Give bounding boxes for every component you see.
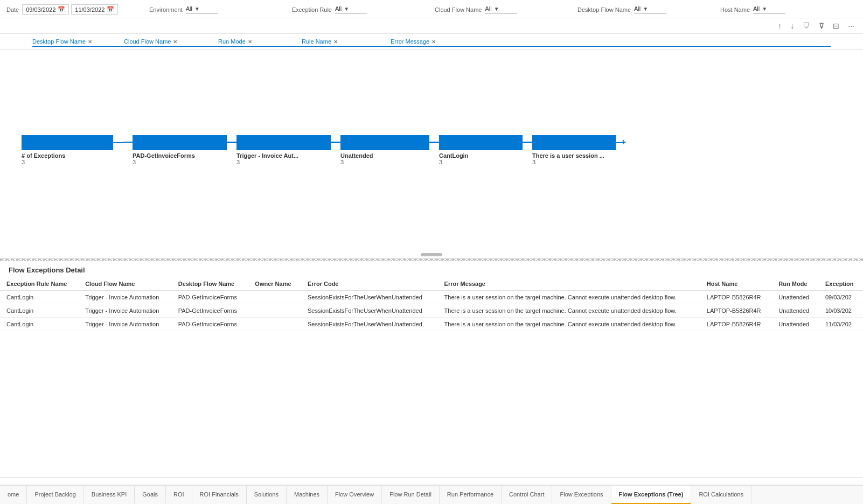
th-exception[interactable]: Exception: [819, 277, 863, 291]
tab-solutions[interactable]: Solutions: [247, 486, 287, 504]
cloud-flow-filter-group: Cloud Flow Name All ▼: [435, 5, 571, 13]
th-exception-rule[interactable]: Exception Rule Name: [0, 277, 79, 291]
tab-flow-overview[interactable]: Flow Overview: [328, 486, 382, 504]
tab-machines[interactable]: Machines: [287, 486, 328, 504]
cell-desktop-flow-0: PAD-GetInvoiceForms: [172, 290, 249, 304]
more-button[interactable]: ···: [846, 20, 857, 31]
desktop-flow-label: Desktop Flow Name: [577, 6, 631, 13]
th-owner[interactable]: Owner Name: [248, 277, 301, 291]
environment-select[interactable]: All ▼: [186, 5, 218, 13]
chevron-down-icon-4: ▼: [643, 6, 648, 12]
close-error-message-icon[interactable]: ✕: [432, 39, 436, 45]
detail-table-wrap[interactable]: Exception Rule Name Cloud Flow Name Desk…: [0, 277, 863, 478]
tab-flow-exceptions[interactable]: Flow Exceptions: [552, 486, 611, 504]
close-desktop-flow-icon[interactable]: ✕: [88, 39, 92, 45]
decomp-node-0: PAD-GetInvoiceForms 3: [133, 135, 227, 165]
col-header-cloud-flow-label: Cloud Flow Name: [124, 38, 171, 45]
date-start-input[interactable]: 09/03/2022 📅: [22, 4, 69, 15]
close-run-mode-icon[interactable]: ✕: [248, 39, 252, 45]
hierarchy-button[interactable]: ⛉: [801, 20, 812, 31]
tab-roi-calculations[interactable]: ROI Calculations: [691, 486, 751, 504]
date-end-value: 11/03/2022: [75, 6, 105, 13]
node-bar-4[interactable]: [532, 135, 616, 150]
desktop-flow-filter-group: Desktop Flow Name All ▼: [577, 5, 714, 13]
cell-host-name-0: LAPTOP-B5826R4R: [700, 290, 772, 304]
tab-flow-run-detail[interactable]: Flow Run Detail: [382, 486, 440, 504]
tab-flow-exceptions-tree[interactable]: Flow Exceptions (Tree): [611, 486, 692, 504]
export-button[interactable]: ⊡: [831, 20, 841, 31]
node-label-0: PAD-GetInvoiceForms: [133, 152, 195, 159]
tab-control-chart[interactable]: Control Chart: [502, 486, 552, 504]
th-error-code[interactable]: Error Code: [301, 277, 438, 291]
node-bar-0[interactable]: [133, 135, 227, 150]
cell-error-code-1: SessionExistsForTheUserWhenUnattended: [301, 304, 438, 317]
cell-error-code-0: SessionExistsForTheUserWhenUnattended: [301, 290, 438, 304]
col-header-cloud-flow[interactable]: Cloud Flow Name ✕: [124, 38, 218, 47]
table-row[interactable]: CantLogin Trigger - Invoice Automation P…: [0, 304, 863, 317]
sort-desc-button[interactable]: ↓: [788, 20, 796, 31]
cell-error-code-2: SessionExistsForTheUserWhenUnattended: [301, 317, 438, 331]
page: Date 09/03/2022 📅 11/03/2022 📅 Environme…: [0, 0, 863, 504]
table-row[interactable]: CantLogin Trigger - Invoice Automation P…: [0, 317, 863, 331]
table-row[interactable]: CantLogin Trigger - Invoice Automation P…: [0, 290, 863, 304]
sort-asc-button[interactable]: ↑: [776, 20, 784, 31]
tab-run-performance[interactable]: Run Performance: [440, 486, 502, 504]
col-header-error-message[interactable]: Error Message ✕: [391, 38, 831, 47]
th-desktop-flow[interactable]: Desktop Flow Name: [172, 277, 249, 291]
cell-exception-rule-0: CantLogin: [0, 290, 79, 304]
tab-roi-financials[interactable]: ROI Financials: [192, 486, 247, 504]
node-bar-1[interactable]: [236, 135, 331, 150]
cloud-flow-select[interactable]: All ▼: [485, 5, 517, 13]
chevron-down-icon-5: ▼: [762, 6, 767, 12]
col-header-run-mode-label: Run Mode: [218, 38, 246, 45]
col-header-rule-name[interactable]: Rule Name ✕: [302, 38, 391, 47]
node-label-3: CantLogin: [439, 152, 468, 159]
close-cloud-flow-icon[interactable]: ✕: [173, 39, 177, 45]
filter-bar: Date 09/03/2022 📅 11/03/2022 📅 Environme…: [0, 0, 863, 18]
tab-project-backlog[interactable]: Project Backlog: [27, 486, 83, 504]
date-filter-group: Date 09/03/2022 📅 11/03/2022 📅: [6, 4, 143, 15]
tab-business-kpi[interactable]: Business KPI: [84, 486, 135, 504]
col-header-desktop-flow[interactable]: Desktop Flow Name ✕: [32, 38, 124, 47]
th-host-name[interactable]: Host Name: [700, 277, 772, 291]
col-header-run-mode[interactable]: Run Mode ✕: [218, 38, 302, 47]
exception-rule-label: Exception Rule: [292, 6, 332, 13]
decomp-node-3: CantLogin 3: [439, 135, 523, 165]
horizontal-scrollbar[interactable]: [0, 477, 863, 485]
tab-goals[interactable]: Goals: [135, 486, 166, 504]
tab-home[interactable]: ome: [0, 486, 27, 504]
filter-button[interactable]: ⊽: [817, 20, 826, 31]
decomp-visual: # of Exceptions 3 PAD-GetInvoiceForms 3 …: [0, 50, 863, 251]
desktop-flow-select[interactable]: All ▼: [634, 5, 666, 13]
calendar-icon-end[interactable]: 📅: [107, 6, 114, 13]
decomp-column-headers: Desktop Flow Name ✕ Cloud Flow Name ✕ Ru…: [0, 34, 863, 50]
tab-roi[interactable]: ROI: [166, 486, 192, 504]
toolbar: ↑ ↓ ⛉ ⊽ ⊡ ···: [0, 18, 863, 34]
cloud-flow-value: All: [485, 5, 491, 12]
exception-rule-filter-group: Exception Rule All ▼: [292, 5, 428, 13]
cell-host-name-2: LAPTOP-B5826R4R: [700, 317, 772, 331]
exception-rule-select[interactable]: All ▼: [335, 5, 367, 13]
host-name-select[interactable]: All ▼: [753, 5, 785, 13]
cell-exception-2: 11/03/202: [819, 317, 863, 331]
th-error-message[interactable]: Error Message: [438, 277, 700, 291]
node-bar-2[interactable]: [340, 135, 429, 150]
calendar-icon[interactable]: 📅: [58, 6, 65, 13]
th-run-mode[interactable]: Run Mode: [772, 277, 819, 291]
cell-exception-rule-1: CantLogin: [0, 304, 79, 317]
th-cloud-flow[interactable]: Cloud Flow Name: [79, 277, 172, 291]
close-rule-name-icon[interactable]: ✕: [333, 39, 338, 45]
node-bar-3[interactable]: [439, 135, 523, 150]
cell-host-name-1: LAPTOP-B5826R4R: [700, 304, 772, 317]
host-name-label: Host Name: [720, 6, 750, 13]
exception-rule-value: All: [335, 5, 342, 12]
date-end-input[interactable]: 11/03/2022 📅: [71, 4, 118, 15]
decomp-scroll-indicator: [0, 251, 863, 258]
table-header: Exception Rule Name Cloud Flow Name Desk…: [0, 277, 863, 291]
root-label: # of Exceptions: [22, 152, 65, 159]
cell-cloud-flow-2: Trigger - Invoice Automation: [79, 317, 172, 331]
col-header-desktop-flow-label: Desktop Flow Name: [32, 38, 86, 45]
node-label-1: Trigger - Invoice Aut...: [236, 152, 298, 159]
filter-row: Date 09/03/2022 📅 11/03/2022 📅 Environme…: [6, 4, 857, 15]
root-bar[interactable]: [22, 135, 113, 150]
